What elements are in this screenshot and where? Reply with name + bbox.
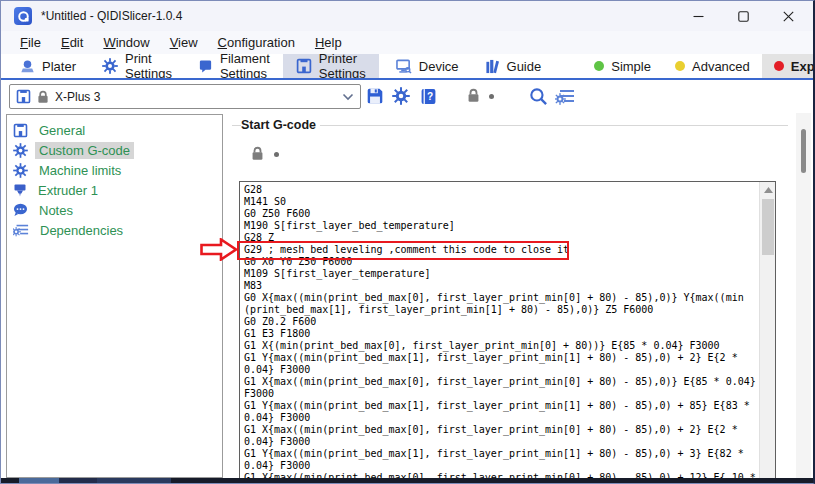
tab-printer-settings[interactable]: Printer Settings xyxy=(283,54,379,78)
filament-icon xyxy=(198,59,213,74)
chevron-down-icon xyxy=(342,93,354,101)
start-gcode-textarea[interactable]: G28 M141 S0 G0 Z50 F600 M190 S[first_lay… xyxy=(239,181,776,479)
printer-icon xyxy=(296,58,312,74)
sidebar-item-machine-limits[interactable]: Machine limits xyxy=(13,160,222,180)
preset-toolbar: X-Plus 3 ? xyxy=(1,80,813,113)
menu-bar: File Edit Window View Configuration Help xyxy=(1,31,813,54)
window-title: *Untitled - QIDISlicer-1.0.4 xyxy=(41,9,182,23)
menu-file[interactable]: File xyxy=(10,33,51,52)
modified-dot-icon xyxy=(274,152,279,157)
dependencies-icon xyxy=(13,223,29,237)
lock-indicator-icon xyxy=(467,88,480,103)
menu-configuration[interactable]: Configuration xyxy=(208,33,305,52)
svg-text:?: ? xyxy=(426,91,432,102)
sidebar-item-general[interactable]: General xyxy=(13,120,222,140)
printer-icon xyxy=(13,123,28,138)
printer-preset-value: X-Plus 3 xyxy=(55,90,100,104)
sidebar-item-extruder-1[interactable]: Extruder 1 xyxy=(13,180,222,200)
plater-icon xyxy=(20,59,35,74)
highlight-box xyxy=(237,241,569,260)
printer-icon xyxy=(16,89,31,104)
sidebar-item-custom-gcode[interactable]: Custom G-code xyxy=(13,140,222,160)
menu-edit[interactable]: Edit xyxy=(51,33,93,52)
extruder-icon xyxy=(13,183,27,198)
section-title: Start G-code xyxy=(241,118,320,132)
app-window: *Untitled - QIDISlicer-1.0.4 File Edit W… xyxy=(0,0,815,484)
close-button[interactable] xyxy=(766,1,811,31)
expert-mode-dot-icon xyxy=(774,61,784,71)
textarea-scroll-thumb[interactable] xyxy=(762,199,774,255)
gear-icon xyxy=(13,143,28,158)
lock-indicator-icon xyxy=(251,146,264,161)
modified-dot-icon xyxy=(489,94,494,99)
minimize-button[interactable] xyxy=(676,1,721,31)
lock-icon xyxy=(37,90,49,104)
search-button[interactable] xyxy=(525,83,551,109)
preset-settings-gear-button[interactable] xyxy=(388,83,414,109)
app-icon xyxy=(14,7,32,25)
mode-advanced[interactable]: Advanced xyxy=(663,54,762,78)
gear-icon xyxy=(13,163,28,178)
sidebar-item-dependencies[interactable]: Dependencies xyxy=(13,220,222,240)
highlight-arrow-icon xyxy=(200,238,238,261)
mode-expert[interactable]: Expert xyxy=(762,54,815,78)
window-scrollbar[interactable] xyxy=(796,113,811,479)
window-scroll-thumb[interactable] xyxy=(801,129,806,173)
simple-mode-dot-icon xyxy=(594,61,604,71)
help-book-button[interactable]: ? xyxy=(415,83,441,109)
search-settings-button[interactable] xyxy=(552,83,578,109)
bottom-edge-strip xyxy=(1,478,813,484)
tab-device[interactable]: Device xyxy=(383,54,472,78)
settings-category-sidebar: General Custom G-code Machine limits Ext… xyxy=(6,114,223,478)
tab-bar: Plater Print Settings Filament Settings … xyxy=(1,54,813,78)
gear-icon xyxy=(102,58,118,74)
tab-filament-settings[interactable]: Filament Settings xyxy=(185,54,283,78)
advanced-mode-dot-icon xyxy=(675,61,685,71)
start-gcode-text: G28 M141 S0 G0 Z50 F600 M190 S[first_lay… xyxy=(244,184,756,479)
notes-icon xyxy=(13,203,28,217)
mode-simple[interactable]: Simple xyxy=(582,54,663,78)
save-preset-button[interactable] xyxy=(362,83,388,109)
sidebar-item-notes[interactable]: Notes xyxy=(13,200,222,220)
menu-window[interactable]: Window xyxy=(93,33,159,52)
guide-icon xyxy=(485,59,500,74)
scroll-up-arrow-icon[interactable] xyxy=(760,182,776,198)
menu-view[interactable]: View xyxy=(160,33,208,52)
device-icon xyxy=(396,59,412,74)
tab-plater[interactable]: Plater xyxy=(7,54,89,78)
printer-preset-combobox[interactable]: X-Plus 3 xyxy=(9,84,361,109)
menu-help[interactable]: Help xyxy=(305,33,352,52)
textarea-scrollbar[interactable] xyxy=(759,182,775,478)
maximize-button[interactable] xyxy=(721,1,766,31)
title-bar: *Untitled - QIDISlicer-1.0.4 xyxy=(1,1,813,31)
tab-print-settings[interactable]: Print Settings xyxy=(89,54,185,78)
tab-guide[interactable]: Guide xyxy=(472,54,555,78)
